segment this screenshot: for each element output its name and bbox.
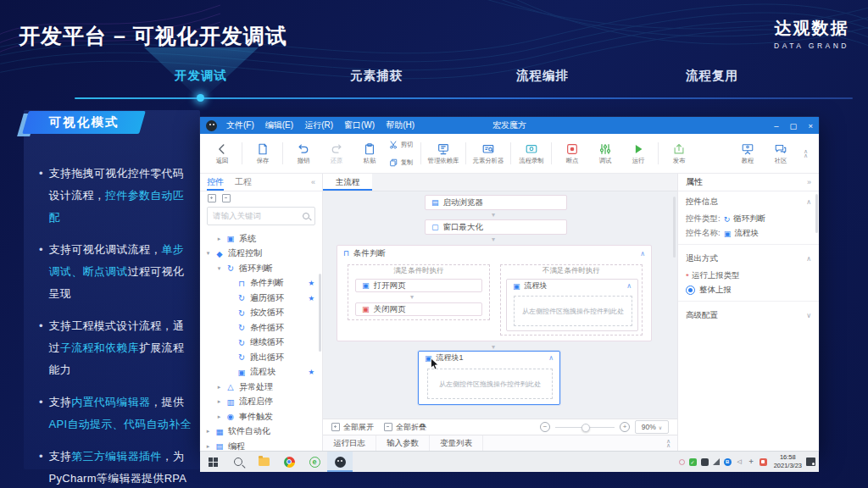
panel-tab-0[interactable]: 控件	[207, 174, 224, 191]
tree-item-2[interactable]: ▾↻循环判断	[200, 261, 322, 276]
tray-device-icon[interactable]	[701, 458, 709, 466]
collapse-chevron-icon[interactable]: ∧	[626, 282, 632, 290]
collapse-chevron-icon[interactable]: ∧	[640, 250, 645, 258]
flow-condition-container[interactable]: ⊓ 条件判断 ∧ 满足条件时执行 ▣ 打开网页 ▾	[337, 245, 652, 341]
taskbar-explorer-button[interactable]	[251, 452, 276, 472]
toolbar-copy-button[interactable]: 复制	[389, 155, 414, 170]
menu-item-0[interactable]: 文件(F)	[226, 119, 254, 131]
tree-item-0[interactable]: ▸▣系统	[200, 231, 322, 247]
panel-collapse-icon[interactable]: »	[807, 178, 811, 186]
tray-shield-icon[interactable]: ✓	[689, 458, 697, 466]
tree-item-10[interactable]: ▸△异常处理	[200, 380, 322, 395]
bottom-tab-0[interactable]: 运行日志	[323, 435, 376, 451]
taskbar-start-button[interactable]	[200, 452, 225, 472]
notification-center-icon[interactable]	[806, 458, 815, 466]
tree-item-9[interactable]: ▣流程块★	[200, 365, 322, 380]
tree-item-12[interactable]: ▸◉事件触发	[200, 409, 322, 424]
drop-zone[interactable]: 从左侧控件区拖拽操作控件到此处	[514, 296, 632, 326]
toolbar-save-button[interactable]: 保存	[246, 141, 279, 165]
collapse-chevron-icon[interactable]: ∧	[548, 354, 554, 362]
toolbar-redo-button[interactable]: 还原	[320, 141, 353, 165]
favorite-star-icon[interactable]: ★	[308, 279, 314, 287]
expand-all-icon-button[interactable]	[208, 194, 216, 202]
tray-network-icon[interactable]	[713, 458, 720, 465]
tree-item-11[interactable]: ▸▥流程启停	[200, 395, 322, 410]
toolbar-undo-button[interactable]: 撤销	[287, 141, 320, 165]
menu-item-4[interactable]: 帮助(H)	[386, 119, 415, 131]
menu-item-3[interactable]: 窗口(W)	[344, 119, 375, 131]
flow-block-container[interactable]: ▣ 流程块 ∧ 从左侧控件区拖拽操作控件到此处	[506, 279, 638, 331]
bottom-tab-1[interactable]: 输入参数	[376, 435, 430, 451]
menu-item-1[interactable]: 编辑(E)	[265, 119, 293, 131]
restore-button[interactable]: ▢	[789, 121, 797, 130]
tree-item-1[interactable]: ▾◆流程控制	[200, 247, 322, 262]
search-input[interactable]: 请输入关键词	[207, 207, 315, 225]
section-exit-mode[interactable]: 退出方式 ∧	[678, 248, 819, 269]
toolbar-back-button[interactable]: 返回	[205, 141, 238, 165]
canvas-scrollbar[interactable]	[673, 197, 676, 258]
toolbar-library-button[interactable]: 管理依赖库	[425, 141, 462, 165]
properties-scrollbar[interactable]	[815, 194, 819, 233]
tray-input-icon[interactable]: +	[748, 458, 755, 466]
taskbar-chrome-button[interactable]	[276, 452, 302, 472]
toolbar-tutorial-button[interactable]: 教程	[732, 141, 765, 165]
nav-tab-3[interactable]: 流程复用	[686, 68, 738, 84]
zoom-in-button[interactable]: +	[620, 422, 630, 432]
radio-whole-report[interactable]: 整体上报	[678, 283, 819, 297]
taskbar-clock[interactable]: 16:58 2021/3/23	[770, 453, 806, 470]
section-advanced-config[interactable]: 高级配置 ∨	[678, 305, 819, 325]
bottom-panel-collapse-icon[interactable]: ∧∧	[666, 439, 677, 447]
flow-node-maximize-window[interactable]: ▢ 窗口最大化	[425, 219, 567, 235]
zoom-slider-knob[interactable]	[581, 424, 590, 432]
toolbar-recorder-button[interactable]: 流程录制	[515, 141, 548, 165]
flow-node-open-page[interactable]: ▣ 打开网页	[355, 279, 482, 292]
tree-item-7[interactable]: ↻继续循环	[200, 336, 322, 351]
collapse-all-button[interactable]: 全部折叠	[384, 422, 426, 433]
favorite-star-icon[interactable]: ★	[308, 368, 314, 376]
flow-node-start-browser[interactable]: ▤ 启动浏览器	[425, 195, 567, 210]
toolbar-run-button[interactable]: 运行	[621, 141, 654, 165]
tray-volume-icon[interactable]: ◁	[736, 458, 743, 466]
expand-all-button[interactable]: 全部展开	[331, 422, 374, 433]
drop-zone[interactable]: 从左侧控件区拖拽操作控件到此处	[427, 369, 553, 399]
toolbar-publish-button[interactable]: 发布	[662, 141, 695, 165]
panel-tab-1[interactable]: 工程	[235, 174, 252, 191]
tab-main-flow[interactable]: 主流程	[323, 174, 372, 191]
nav-tab-2[interactable]: 流程编排	[516, 68, 569, 84]
tray-bluetooth-icon[interactable]: B	[724, 458, 732, 466]
tree-item-13[interactable]: ▸▦软件自动化	[200, 424, 322, 440]
favorite-star-icon[interactable]: ★	[308, 294, 314, 302]
toolbar-paste-button[interactable]: 粘贴	[353, 141, 386, 165]
tree-scrollbar[interactable]	[319, 274, 322, 352]
taskbar-browser-e-button[interactable]: e	[302, 452, 327, 472]
zoom-level-select[interactable]: 90% ∨	[635, 420, 669, 434]
tree-item-4[interactable]: ↻遍历循环★	[200, 291, 322, 306]
zoom-slider[interactable]	[555, 423, 615, 431]
tree-item-3[interactable]: ⊓条件判断★	[200, 276, 322, 291]
flow-node-close-page[interactable]: ▣ 关闭网页	[355, 302, 482, 316]
nav-tab-0[interactable]: 开发调试	[175, 68, 227, 84]
panel-collapse-icon[interactable]: «	[311, 178, 315, 186]
close-button[interactable]: ×	[808, 121, 813, 130]
bottom-tab-2[interactable]: 变量列表	[430, 435, 483, 451]
tray-security-icon[interactable]	[760, 458, 767, 466]
taskbar-search-button[interactable]	[225, 452, 251, 472]
toolbar-community-button[interactable]: 社区	[765, 141, 798, 165]
toolbar-collapse-icon[interactable]: ∧∧	[804, 149, 808, 158]
tray-settings-icon[interactable]	[679, 459, 685, 465]
toolbar-cut-button[interactable]: 剪切	[389, 137, 414, 152]
tree-item-8[interactable]: ↻跳出循环	[200, 350, 322, 365]
toolbar-debug-button[interactable]: 调试	[588, 141, 621, 165]
tree-item-14[interactable]: ▸▤编程	[200, 439, 322, 451]
section-widget-info[interactable]: 控件信息 ∧	[678, 191, 819, 212]
menu-item-2[interactable]: 运行(R)	[304, 119, 333, 131]
collapse-all-icon-button[interactable]	[222, 194, 231, 202]
taskbar-datagrand-app-button[interactable]	[327, 452, 353, 472]
nav-tab-1[interactable]: 元素捕获	[350, 68, 403, 84]
toolbar-analyzer-button[interactable]: 元素分析器	[470, 141, 507, 165]
toolbar-breakpoint-button[interactable]: 断点	[555, 141, 588, 165]
zoom-out-button[interactable]: −	[540, 422, 550, 432]
tree-item-5[interactable]: ↻按次循环	[200, 306, 322, 321]
minimize-button[interactable]: –	[774, 121, 778, 130]
tree-item-6[interactable]: ↻条件循环	[200, 320, 322, 336]
